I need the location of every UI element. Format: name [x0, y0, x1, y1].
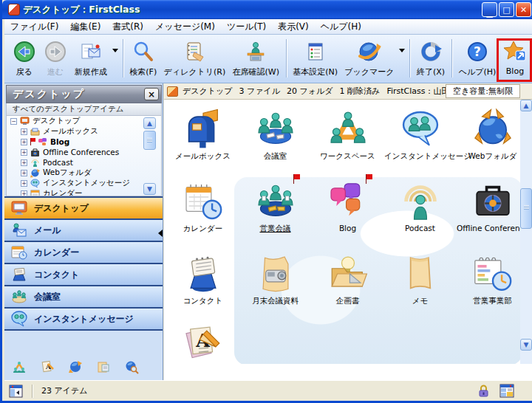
item-sales-division[interactable]: 営業事業部: [457, 248, 520, 319]
sidebar-panel-header: デスクトップ ×: [6, 85, 162, 103]
item-contacts[interactable]: コンタクト: [167, 248, 239, 319]
tree-item-blog[interactable]: + Blog: [7, 137, 161, 147]
forward-button[interactable]: 進む: [40, 37, 71, 79]
tree-item-webfolder[interactable]: + Webフォルダ: [7, 168, 161, 178]
item-monthly-meeting-docs[interactable]: 月末会議資料: [239, 248, 311, 319]
tree-item-desktop[interactable]: − デスクトップ: [7, 116, 161, 126]
accordion-mail[interactable]: メール: [4, 220, 163, 242]
contacts-accordion-icon: [10, 266, 28, 283]
webfolder-mini2-icon[interactable]: [68, 359, 83, 374]
splitter-collapse-icon[interactable]: [158, 230, 163, 237]
calendar-icon: [167, 176, 239, 223]
item-webfolder[interactable]: Webフォルダ: [457, 103, 520, 174]
accordion-conferences[interactable]: 会議室: [4, 286, 163, 309]
podcast-mini-icon: [30, 158, 41, 168]
minimize-button[interactable]: ▁: [482, 2, 497, 17]
help-button[interactable]: ? ヘルプ(H): [455, 37, 499, 79]
new-message-icon: [78, 38, 103, 65]
proposal-icon: [312, 248, 383, 295]
documents-mini-icon[interactable]: A: [40, 359, 55, 374]
sidebar-accordion: デスクトップ メール カレンダー コンタクト 会議室 インスタントメッセージ: [4, 196, 163, 331]
tree-item-calendar[interactable]: + カレンダー: [7, 188, 161, 196]
free-space-indicator: 空き容量:無制限: [446, 84, 520, 98]
expand-icon[interactable]: +: [21, 159, 27, 166]
panel-close-icon[interactable]: ×: [144, 88, 159, 100]
toolbar-separator: [123, 39, 123, 78]
menu-file[interactable]: ファイル(F): [4, 19, 64, 35]
item-documents[interactable]: A ドキュメント: [167, 317, 239, 364]
websearch-mini-icon[interactable]: [124, 359, 139, 374]
bookmarks-button[interactable]: ブックマーク: [341, 37, 398, 79]
expand-icon[interactable]: +: [21, 149, 27, 156]
menu-view[interactable]: 表示(V): [272, 19, 315, 35]
expand-icon[interactable]: +: [21, 190, 27, 197]
tree-item-mailbox[interactable]: + メールボックス: [7, 126, 161, 137]
scroll-up-icon[interactable]: ▲: [143, 117, 156, 129]
back-button[interactable]: 戻る: [9, 37, 40, 79]
scroll-up-icon[interactable]: ▲: [520, 100, 532, 111]
menu-help[interactable]: ヘルプ(H): [315, 19, 367, 35]
item-blog[interactable]: Blog: [312, 176, 383, 247]
accordion-instant-message[interactable]: インスタントメッセージ: [4, 309, 163, 331]
expand-icon[interactable]: +: [21, 139, 27, 145]
item-conference-room[interactable]: 会議室: [239, 103, 311, 174]
menu-format[interactable]: 書式(R): [106, 19, 149, 35]
statusbar: 23 アイテム: [4, 380, 532, 401]
notes-mini-icon[interactable]: [96, 359, 111, 374]
toggle-sidebar-icon[interactable]: [9, 385, 23, 398]
tree-scroll-thumb[interactable]: [143, 131, 156, 150]
expand-icon[interactable]: +: [21, 170, 27, 176]
logoff-button[interactable]: 終了(X): [413, 37, 449, 79]
tree-scrollbar[interactable]: ▲ ▼: [143, 117, 156, 195]
view-layout-icon[interactable]: [499, 384, 514, 398]
collapse-icon[interactable]: −: [10, 118, 17, 125]
item-podcast[interactable]: Podcast: [384, 176, 456, 247]
item-mailbox[interactable]: メールボックス: [167, 103, 239, 174]
workspace-mini-icon[interactable]: [12, 359, 27, 374]
vertical-scrollbar[interactable]: ▲ ▼: [520, 100, 532, 364]
scroll-down-icon[interactable]: ▼: [143, 183, 156, 195]
maximize-button[interactable]: □: [499, 2, 514, 17]
header-location: デスクトップ: [183, 86, 233, 97]
bookmarks-dropdown-icon[interactable]: [399, 49, 405, 52]
item-workspace[interactable]: ワークスペース: [312, 103, 383, 174]
directory-button[interactable]: ディレクトリ(R): [160, 37, 229, 79]
accordion-desktop[interactable]: デスクトップ: [4, 198, 163, 220]
flag-icon: [293, 174, 301, 185]
accordion-calendar[interactable]: カレンダー: [4, 242, 163, 264]
menu-edit[interactable]: 編集(E): [64, 19, 106, 35]
contacts-icon: [167, 248, 239, 295]
desktop-tree: − デスクトップ + メールボックス + Blog + Offline Conf…: [6, 116, 162, 196]
item-memo[interactable]: メモ: [384, 248, 456, 319]
v-scroll-thumb[interactable]: [520, 188, 532, 229]
briefcase-mini-icon: [30, 148, 41, 157]
menu-tools[interactable]: ツール(T): [221, 19, 272, 35]
close-button[interactable]: ✕: [516, 2, 531, 17]
item-instant-message[interactable]: インスタントメッセージ: [384, 103, 456, 174]
tree-item-podcast[interactable]: + Podcast: [7, 157, 161, 168]
toolbar-separator: [409, 39, 410, 78]
header-deleted: 1 削除済み: [340, 86, 381, 97]
accordion-contacts[interactable]: コンタクト: [4, 264, 163, 286]
new-message-dropdown-icon[interactable]: [112, 49, 118, 52]
tree-item-offline-conferences[interactable]: + Offline Conferences: [7, 147, 161, 157]
expand-icon[interactable]: +: [21, 128, 27, 135]
preferences-button[interactable]: 基本設定(N): [290, 37, 341, 79]
search-button[interactable]: 検索(F): [126, 37, 160, 79]
blog-button[interactable]: Blog: [499, 37, 531, 78]
menu-message[interactable]: メッセージ(M): [149, 19, 221, 35]
mail-accordion-icon: [10, 221, 28, 239]
expand-icon[interactable]: +: [21, 180, 27, 187]
presence-button[interactable]: 在席確認(W): [229, 37, 283, 79]
tree-item-instant-message[interactable]: + インスタントメッセージ: [7, 178, 161, 188]
item-proposal[interactable]: 企画書: [312, 248, 383, 319]
toolbar-separator: [286, 39, 287, 78]
desktop-mini-icon: [20, 117, 30, 126]
item-calendar[interactable]: カレンダー: [167, 176, 239, 247]
calendar-mini-icon: [30, 189, 41, 197]
item-offline-conferences[interactable]: Offline Conferences: [457, 176, 520, 247]
blog-star-icon: [503, 38, 527, 65]
item-sales-meeting[interactable]: 営業会議: [239, 176, 311, 247]
scroll-down-icon[interactable]: ▼: [520, 339, 532, 351]
new-message-button[interactable]: 新規作成: [71, 37, 111, 79]
